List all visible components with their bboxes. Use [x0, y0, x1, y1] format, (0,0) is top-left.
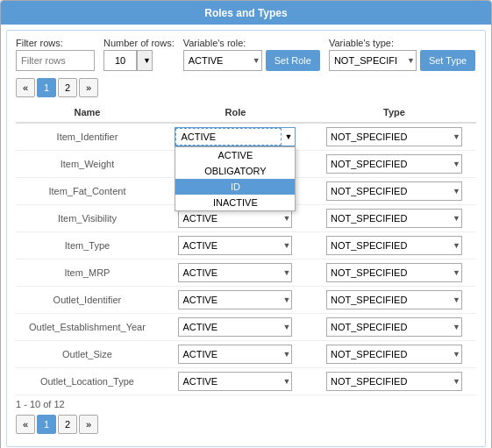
top-pagination: « 1 2 » — [16, 78, 476, 97]
type-cell-wrap: NOT_SPECIFIED▼ — [326, 181, 462, 201]
table-row: Item_TypeACTIVE▼NOT_SPECIFIED▼ — [16, 232, 476, 260]
table-row: Outlet_IdentifierACTIVE▼NOT_SPECIFIED▼ — [16, 287, 476, 314]
content-area: Filter rows: Number of rows: ▼ Variable'… — [6, 30, 486, 447]
type-cell-select[interactable]: NOT_SPECIFIED — [326, 317, 462, 337]
row-role-cell: ACTIVE▼ — [159, 368, 312, 395]
row-type-cell: NOT_SPECIFIED▼ — [312, 260, 476, 287]
variable-role-select-wrap: ACTIVE OBLIGATORY ID INACTIVE ▼ — [183, 50, 262, 71]
title-bar: Roles and Types — [1, 1, 491, 25]
dropdown-option[interactable]: ID — [175, 179, 295, 195]
role-dropdown-arrow-icon[interactable]: ▼ — [282, 131, 295, 143]
type-cell-select[interactable]: NOT_SPECIFIED — [326, 236, 462, 255]
role-cell-wrap: ACTIVE▼ — [178, 372, 292, 391]
num-rows-input[interactable] — [103, 50, 137, 71]
row-type-cell: NOT_SPECIFIED▼ — [312, 178, 476, 205]
variable-type-select-wrap: NOT_SPECIFIED ▼ — [329, 50, 417, 71]
filter-label: Filter rows: — [16, 38, 95, 48]
row-type-cell: NOT_SPECIFIED▼ — [312, 368, 476, 395]
num-rows-group: Number of rows: ▼ — [103, 38, 175, 71]
bottom-pagination: « 1 2 » — [16, 415, 476, 434]
role-cell-select[interactable]: ACTIVE — [178, 236, 292, 255]
row-name-cell: Item_Visibility — [16, 205, 159, 232]
role-cell-wrap: ACTIVE▼ — [178, 345, 292, 364]
type-cell-wrap: NOT_SPECIFIED▼ — [326, 290, 462, 309]
variable-role-label: Variable's role: — [183, 38, 320, 48]
role-cell-select[interactable]: ACTIVE — [178, 372, 292, 391]
row-name-cell: Item_Type — [16, 232, 159, 260]
role-cell-wrap: ACTIVE▼ — [178, 263, 292, 282]
variable-type-select[interactable]: NOT_SPECIFIED — [329, 50, 417, 71]
dropdown-option[interactable]: INACTIVE — [175, 195, 295, 210]
type-cell-select[interactable]: NOT_SPECIFIED — [326, 290, 462, 309]
type-cell-select[interactable]: NOT_SPECIFIED — [326, 154, 462, 174]
role-cell-select[interactable]: ACTIVE — [178, 263, 292, 282]
row-role-cell: ACTIVE▼ — [159, 232, 312, 260]
type-cell-select[interactable]: NOT_SPECIFIED — [326, 345, 462, 364]
variable-role-group: Variable's role: ACTIVE OBLIGATORY ID IN… — [183, 38, 320, 71]
variable-role-select[interactable]: ACTIVE OBLIGATORY ID INACTIVE — [183, 50, 262, 71]
top-controls: Filter rows: Number of rows: ▼ Variable'… — [16, 38, 476, 71]
bottom-page-2-btn[interactable]: 2 — [58, 415, 77, 434]
table-row: Outlet_SizeACTIVE▼NOT_SPECIFIED▼ — [16, 341, 476, 368]
dropdown-option[interactable]: ACTIVE — [175, 147, 295, 163]
top-prev-btn[interactable]: « — [16, 78, 35, 97]
row-type-cell: NOT_SPECIFIED▼ — [312, 205, 476, 232]
bottom-page-1-btn[interactable]: 1 — [37, 415, 56, 434]
row-name-cell: Outlet_Location_Type — [16, 368, 159, 395]
filter-group: Filter rows: — [16, 38, 95, 71]
top-page-2-btn[interactable]: 2 — [58, 78, 77, 97]
row-type-cell: NOT_SPECIFIED▼ — [312, 151, 476, 178]
type-cell-select[interactable]: NOT_SPECIFIED — [326, 372, 462, 391]
bottom-next-btn[interactable]: » — [79, 415, 98, 434]
row-role-cell: ACTIVE▼ — [159, 287, 312, 314]
role-cell-select[interactable]: ACTIVE — [178, 345, 292, 364]
bottom-prev-btn[interactable]: « — [16, 415, 35, 434]
top-page-1-btn[interactable]: 1 — [37, 78, 56, 97]
row-type-cell: NOT_SPECIFIED▼ — [312, 232, 476, 260]
col-header-name: Name — [16, 103, 159, 123]
row-role-cell: ▼ACTIVEOBLIGATORYIDINACTIVE — [159, 123, 312, 151]
table-row: Item_MRPACTIVE▼NOT_SPECIFIED▼ — [16, 260, 476, 287]
row-name-cell: Item_MRP — [16, 260, 159, 287]
row-name-cell: Outlet_Size — [16, 341, 159, 368]
main-window: Roles and Types Filter rows: Number of r… — [0, 0, 492, 448]
type-cell-wrap: NOT_SPECIFIED▼ — [326, 209, 462, 228]
roles-types-table: Name Role Type Item_Identifier▼ACTIVEOBL… — [16, 103, 476, 395]
dropdown-option[interactable]: OBLIGATORY — [175, 163, 295, 179]
role-dropdown-input[interactable] — [175, 128, 282, 146]
col-header-role: Role — [159, 103, 312, 123]
col-header-type: Type — [312, 103, 476, 123]
role-cell-select[interactable]: ACTIVE — [178, 317, 292, 337]
role-cell-wrap: ACTIVE▼ — [178, 236, 292, 255]
num-rows-label: Number of rows: — [103, 38, 175, 48]
role-cell-select[interactable]: ACTIVE — [178, 290, 292, 309]
filter-input[interactable] — [16, 50, 95, 71]
type-cell-select[interactable]: NOT_SPECIFIED — [326, 209, 462, 228]
row-type-cell: NOT_SPECIFIED▼ — [312, 287, 476, 314]
variable-type-group: Variable's type: NOT_SPECIFIED ▼ Set Typ… — [329, 38, 475, 71]
top-next-btn[interactable]: » — [79, 78, 98, 97]
window-title: Roles and Types — [204, 7, 287, 19]
type-cell-wrap: NOT_SPECIFIED▼ — [326, 154, 462, 174]
num-rows-stepper[interactable] — [137, 50, 153, 71]
row-role-cell: ACTIVE▼ — [159, 341, 312, 368]
row-type-cell: NOT_SPECIFIED▼ — [312, 314, 476, 341]
table-row: Item_Identifier▼ACTIVEOBLIGATORYIDINACTI… — [16, 123, 476, 151]
type-cell-wrap: NOT_SPECIFIED▼ — [326, 236, 462, 255]
row-name-cell: Outlet_Identifier — [16, 287, 159, 314]
set-role-button[interactable]: Set Role — [266, 50, 320, 71]
role-cell-select[interactable]: ACTIVE — [178, 209, 292, 228]
type-cell-select[interactable]: NOT_SPECIFIED — [326, 263, 462, 282]
role-cell-wrap: ACTIVE▼ — [178, 317, 292, 337]
num-rows-wrap: ▼ — [103, 50, 175, 71]
row-name-cell: Item_Identifier — [16, 123, 159, 151]
type-cell-select[interactable]: NOT_SPECIFIED — [326, 127, 462, 146]
type-cell-wrap: NOT_SPECIFIED▼ — [326, 317, 462, 337]
row-role-cell: ACTIVE▼ — [159, 314, 312, 341]
variable-type-label: Variable's type: — [329, 38, 475, 48]
type-cell-wrap: NOT_SPECIFIED▼ — [326, 345, 462, 364]
row-type-cell: NOT_SPECIFIED▼ — [312, 123, 476, 151]
type-cell-wrap: NOT_SPECIFIED▼ — [326, 127, 462, 146]
type-cell-select[interactable]: NOT_SPECIFIED — [326, 181, 462, 201]
set-type-button[interactable]: Set Type — [420, 50, 475, 71]
